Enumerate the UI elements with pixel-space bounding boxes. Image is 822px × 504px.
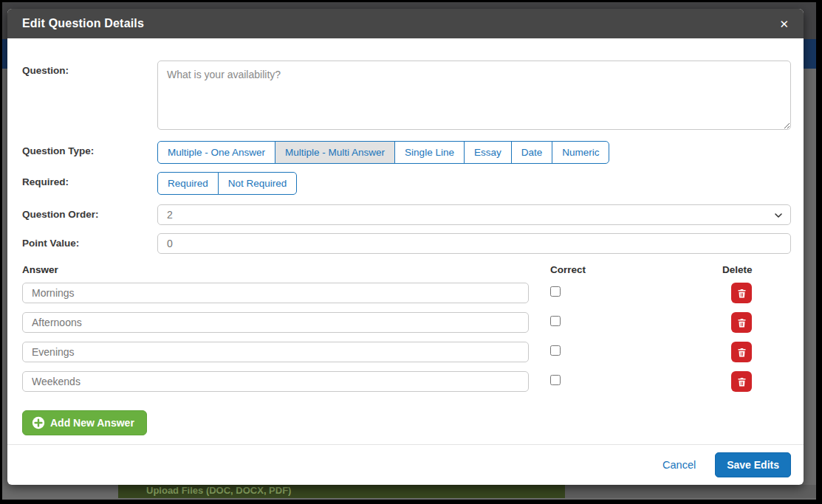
- point-value-input[interactable]: [157, 233, 791, 254]
- correct-checkbox[interactable]: [550, 345, 561, 356]
- upload-files-label: Upload Files (DOC, DOCX, PDF): [146, 485, 291, 496]
- required-button[interactable]: Required: [157, 172, 219, 195]
- question-order-value: 2: [167, 209, 173, 221]
- upload-files-button: Upload Files (DOC, DOCX, PDF): [118, 485, 565, 498]
- question-textarea[interactable]: What is your availability?: [157, 61, 791, 130]
- trash-icon: [736, 376, 747, 387]
- add-new-answer-button[interactable]: Add New Answer: [22, 410, 147, 435]
- answer-row: [22, 312, 791, 333]
- screen: Upload Files (DOC, DOCX, PDF) Edit Quest…: [0, 0, 822, 504]
- question-row: Question: What is your availability?: [22, 61, 791, 133]
- required-row: Required: Required Not Required: [22, 172, 791, 195]
- delete-button[interactable]: [731, 312, 752, 333]
- required-label: Required:: [22, 172, 157, 187]
- question-label: Question:: [22, 61, 157, 76]
- type-button-multiple-one-answer[interactable]: Multiple - One Answer: [157, 141, 275, 164]
- dimmed-page-strip: [565, 485, 816, 498]
- answers-column-delete: Delete: [710, 264, 791, 275]
- point-value-row: Point Value:: [22, 233, 791, 254]
- chevron-down-icon: [774, 211, 783, 220]
- modal-footer: Cancel Save Edits: [7, 444, 804, 485]
- delete-button[interactable]: [731, 371, 752, 392]
- answer-row: [22, 283, 791, 303]
- correct-checkbox[interactable]: [550, 375, 561, 385]
- plus-circle-icon: [32, 416, 45, 429]
- answer-input[interactable]: [22, 371, 529, 392]
- save-edits-button[interactable]: Save Edits: [715, 452, 791, 477]
- trash-icon: [736, 347, 747, 358]
- modal-body: Question: What is your availability? Que…: [7, 38, 804, 444]
- type-button-single-line[interactable]: Single Line: [394, 141, 465, 164]
- required-group: Required Not Required: [157, 172, 297, 195]
- answers-column-answer: Answer: [22, 264, 529, 275]
- trash-icon: [736, 317, 747, 328]
- question-type-label: Question Type:: [22, 141, 157, 156]
- delete-button[interactable]: [731, 342, 752, 362]
- answer-input[interactable]: [22, 342, 529, 362]
- type-button-essay[interactable]: Essay: [464, 141, 512, 164]
- question-order-label: Question Order:: [22, 204, 157, 220]
- modal-title: Edit Question Details: [22, 17, 144, 30]
- answer-input[interactable]: [22, 283, 529, 303]
- point-value-label: Point Value:: [22, 233, 157, 249]
- edit-question-modal: Edit Question Details ✕ Question: What i…: [7, 9, 804, 485]
- delete-button[interactable]: [731, 283, 752, 303]
- add-new-answer-label: Add New Answer: [50, 417, 134, 429]
- close-icon[interactable]: ✕: [779, 18, 789, 30]
- question-order-row: Question Order: 2: [22, 204, 791, 225]
- question-type-row: Question Type: Multiple - One Answer Mul…: [22, 141, 791, 164]
- question-order-select[interactable]: 2: [157, 204, 791, 225]
- cancel-link[interactable]: Cancel: [662, 459, 696, 471]
- answers-header-row: Answer Correct Delete: [22, 264, 791, 275]
- answer-row: [22, 342, 791, 362]
- question-type-group: Multiple - One Answer Multiple - Multi A…: [157, 141, 609, 164]
- correct-checkbox[interactable]: [550, 316, 561, 326]
- answer-row: [22, 371, 791, 392]
- answers-column-correct: Correct: [529, 264, 710, 275]
- type-button-numeric[interactable]: Numeric: [552, 141, 609, 164]
- answer-input[interactable]: [22, 312, 529, 333]
- modal-header: Edit Question Details ✕: [7, 9, 804, 38]
- type-button-multiple-multi-answer[interactable]: Multiple - Multi Answer: [275, 141, 395, 164]
- correct-checkbox[interactable]: [550, 286, 561, 297]
- trash-icon: [736, 288, 747, 299]
- type-button-date[interactable]: Date: [511, 141, 553, 164]
- not-required-button[interactable]: Not Required: [218, 172, 298, 195]
